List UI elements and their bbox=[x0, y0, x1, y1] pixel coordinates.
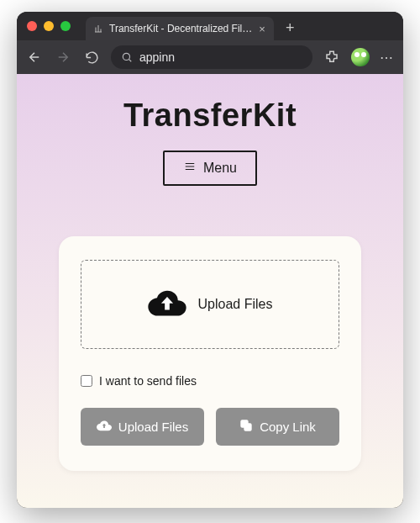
cloud-icon bbox=[97, 420, 112, 434]
svg-point-0 bbox=[123, 53, 129, 60]
send-files-checkbox[interactable] bbox=[81, 375, 92, 387]
browser-window: TransferKit - Decentralized Fil… × + ⋯ T… bbox=[17, 12, 403, 508]
address-input[interactable] bbox=[139, 50, 302, 64]
window-controls bbox=[27, 21, 71, 31]
page-content: TransferKit Menu Upload Files I want to … bbox=[17, 74, 403, 508]
profile-avatar[interactable] bbox=[351, 48, 370, 66]
more-menu-button[interactable]: ⋯ bbox=[380, 50, 395, 66]
tab-favicon-icon bbox=[92, 23, 104, 34]
copy-link-button-label: Copy Link bbox=[260, 420, 316, 434]
copy-icon bbox=[239, 419, 253, 435]
dropzone-label: Upload Files bbox=[198, 297, 273, 312]
cloud-upload-icon bbox=[148, 288, 186, 320]
new-tab-button[interactable]: + bbox=[281, 20, 300, 35]
extensions-button[interactable] bbox=[323, 48, 341, 66]
reload-button[interactable] bbox=[82, 48, 101, 66]
address-bar[interactable] bbox=[111, 45, 312, 69]
copy-link-button[interactable]: Copy Link bbox=[216, 408, 339, 446]
close-window-button[interactable] bbox=[27, 21, 37, 31]
upload-files-button-label: Upload Files bbox=[118, 420, 188, 434]
tab-title: TransferKit - Decentralized Fil… bbox=[109, 23, 252, 34]
browser-tab[interactable]: TransferKit - Decentralized Fil… × bbox=[86, 17, 274, 40]
maximize-window-button[interactable] bbox=[60, 21, 71, 31]
minimize-window-button[interactable] bbox=[44, 21, 54, 31]
upload-files-button[interactable]: Upload Files bbox=[81, 408, 204, 446]
back-button[interactable] bbox=[25, 48, 44, 66]
action-buttons: Upload Files Copy Link bbox=[81, 408, 339, 446]
brand-logo: TransferKit bbox=[123, 98, 297, 134]
menu-button[interactable]: Menu bbox=[163, 151, 257, 186]
send-files-checkbox-row[interactable]: I want to send files bbox=[81, 374, 339, 388]
close-tab-button[interactable]: × bbox=[257, 24, 267, 34]
menu-button-label: Menu bbox=[203, 161, 237, 176]
browser-toolbar: ⋯ bbox=[17, 40, 403, 74]
upload-card: Upload Files I want to send files Upload… bbox=[59, 236, 361, 471]
window-titlebar: TransferKit - Decentralized Fil… × + bbox=[17, 12, 403, 40]
svg-rect-2 bbox=[241, 420, 248, 427]
upload-dropzone[interactable]: Upload Files bbox=[81, 260, 339, 349]
send-files-checkbox-label: I want to send files bbox=[99, 374, 197, 388]
hamburger-icon bbox=[183, 161, 197, 176]
forward-button[interactable] bbox=[54, 48, 72, 66]
search-icon bbox=[121, 51, 133, 63]
